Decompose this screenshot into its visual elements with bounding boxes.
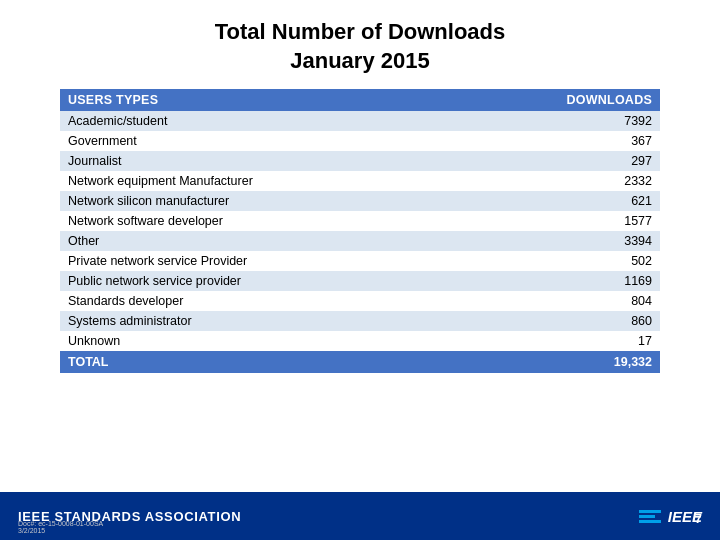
- user-type-cell: Journalist: [60, 151, 458, 171]
- table-row: Network silicon manufacturer621: [60, 191, 660, 211]
- total-value: 19,332: [458, 351, 660, 373]
- downloads-cell: 502: [458, 251, 660, 271]
- user-type-cell: Government: [60, 131, 458, 151]
- table-row: Private network service Provider502: [60, 251, 660, 271]
- table-row: Other3394: [60, 231, 660, 251]
- ieee-bar-1: [639, 510, 661, 513]
- downloads-cell: 7392: [458, 111, 660, 131]
- downloads-cell: 1577: [458, 211, 660, 231]
- user-type-cell: Unknown: [60, 331, 458, 351]
- user-type-cell: Standards developer: [60, 291, 458, 311]
- table-row: Unknown17: [60, 331, 660, 351]
- ieee-bar-3: [639, 520, 661, 523]
- user-type-cell: Private network service Provider: [60, 251, 458, 271]
- user-type-cell: Network silicon manufacturer: [60, 191, 458, 211]
- table-row: Standards developer804: [60, 291, 660, 311]
- page-title: Total Number of Downloads January 2015: [215, 18, 505, 75]
- page-number: 7: [695, 511, 702, 526]
- downloads-cell: 17: [458, 331, 660, 351]
- downloads-cell: 860: [458, 311, 660, 331]
- downloads-table: USERS TYPES DOWNLOADS Academic/student73…: [60, 89, 660, 373]
- page: Total Number of Downloads January 2015 U…: [0, 0, 720, 540]
- user-type-cell: Network software developer: [60, 211, 458, 231]
- table-row: Public network service provider1169: [60, 271, 660, 291]
- ieee-logo: IEEE: [639, 508, 702, 525]
- downloads-cell: 3394: [458, 231, 660, 251]
- col-header-users: USERS TYPES: [60, 89, 458, 111]
- total-label: TOTAL: [60, 351, 458, 373]
- footer: IEEE STANDARDS ASSOCIATION IEEE: [0, 492, 720, 540]
- table-row: Systems administrator860: [60, 311, 660, 331]
- user-type-cell: Public network service provider: [60, 271, 458, 291]
- col-header-downloads: DOWNLOADS: [458, 89, 660, 111]
- downloads-cell: 297: [458, 151, 660, 171]
- table-row: Government367: [60, 131, 660, 151]
- downloads-cell: 1169: [458, 271, 660, 291]
- table-wrapper: USERS TYPES DOWNLOADS Academic/student73…: [60, 89, 660, 373]
- ieee-bars-icon: [639, 510, 661, 523]
- user-type-cell: Academic/student: [60, 111, 458, 131]
- table-row: Academic/student7392: [60, 111, 660, 131]
- ieee-bar-2: [639, 515, 655, 518]
- user-type-cell: Systems administrator: [60, 311, 458, 331]
- user-type-cell: Network equipment Manufacturer: [60, 171, 458, 191]
- footer-right: IEEE: [639, 508, 702, 525]
- main-content: Total Number of Downloads January 2015 U…: [0, 0, 720, 492]
- doc-info: Doc#: ec-15-0008-01-00SA 3/2/2015: [18, 520, 103, 534]
- table-row: Network equipment Manufacturer2332: [60, 171, 660, 191]
- table-row: Journalist297: [60, 151, 660, 171]
- user-type-cell: Other: [60, 231, 458, 251]
- downloads-cell: 621: [458, 191, 660, 211]
- downloads-cell: 367: [458, 131, 660, 151]
- downloads-cell: 2332: [458, 171, 660, 191]
- downloads-cell: 804: [458, 291, 660, 311]
- table-row: Network software developer1577: [60, 211, 660, 231]
